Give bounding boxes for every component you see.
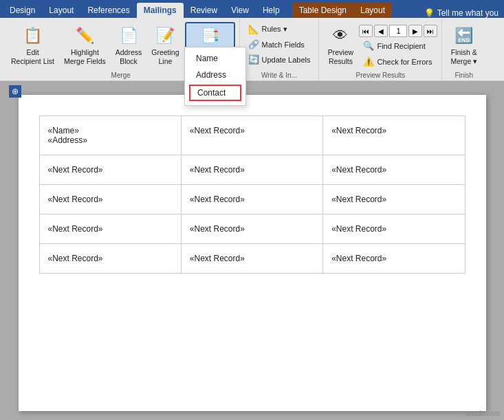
group-write-label: Write & In... — [244, 70, 315, 79]
tab-references[interactable]: References — [80, 3, 136, 18]
merge-next-r2c2: «Next Record» — [190, 165, 245, 175]
update-labels-label: Update Labels — [262, 56, 311, 64]
cell-r1c3: «Next Record» — [323, 116, 465, 155]
group-finish-label: Finish — [446, 70, 481, 79]
finish-merge-button[interactable]: 🔚 Finish & Merge ▾ — [446, 22, 481, 68]
cell-r4c1: «Next Record» — [39, 214, 181, 244]
check-errors-icon: ⚠️ — [363, 56, 374, 67]
check-errors-label: Check for Errors — [377, 58, 432, 66]
match-fields-label: Match Fields — [262, 41, 305, 49]
merge-next-r2c1: «Next Record» — [48, 165, 103, 175]
preview-label: Preview Results — [328, 48, 353, 65]
group-preview-label: Preview Results — [323, 70, 437, 79]
cell-r5c3: «Next Record» — [323, 244, 465, 274]
insert-merge-icon: 📑 — [199, 25, 221, 47]
nav-next-button[interactable]: ▶ — [408, 25, 422, 37]
merge-next-r5c3: «Next Record» — [331, 254, 386, 263]
nav-last-button[interactable]: ⏭ — [424, 25, 437, 37]
tab-review[interactable]: Review — [184, 3, 224, 18]
table-row: «Name» «Address» «Next Record» «Next Rec… — [39, 116, 465, 155]
cell-r1c2: «Next Record» — [181, 116, 322, 155]
greeting-line-icon: 📝 — [154, 25, 176, 47]
watermark: wsxdn.com — [465, 410, 500, 417]
dropdown-item-name[interactable]: Name — [185, 50, 245, 67]
edit-recipient-button[interactable]: 📋 Edit Recipient List — [7, 22, 58, 68]
tab-help[interactable]: Help — [256, 3, 287, 18]
finish-merge-icon: 🔚 — [453, 25, 475, 47]
address-block-button[interactable]: 📄 Address Block — [111, 22, 146, 68]
group-finish: 🔚 Finish & Merge ▾ Finish — [442, 19, 485, 80]
update-labels-icon: 🔄 — [248, 54, 259, 65]
merge-next-r5c2: «Next Record» — [190, 254, 245, 263]
preview-buttons: 👁 Preview Results ⏮ ◀ ▶ ⏭ 🔍 Find Recipie… — [323, 22, 437, 70]
find-recipient-label: Find Recipient — [377, 42, 425, 50]
address-block-label: Address Block — [116, 48, 142, 65]
merge-address: «Address» — [48, 135, 87, 145]
cell-r3c1: «Next Record» — [39, 185, 181, 214]
merge-next-r3c2: «Next Record» — [190, 195, 245, 204]
find-recipient-button[interactable]: 🔍 Find Recipient — [359, 38, 437, 53]
merge-next-r4c3: «Next Record» — [331, 224, 386, 234]
tab-mailings[interactable]: Mailings — [137, 3, 184, 18]
highlight-fields-button[interactable]: ✏️ Highlight Merge Fields — [60, 22, 110, 68]
insert-field-dropdown: Name Address Contact — [184, 47, 246, 106]
match-fields-icon: 🔗 — [248, 39, 259, 49]
tab-view[interactable]: View — [224, 3, 256, 18]
update-labels-button[interactable]: 🔄 Update Labels — [244, 52, 315, 67]
tab-design[interactable]: Design — [3, 3, 42, 18]
ribbon: 📋 Edit Recipient List ✏️ Highlight Merge… — [0, 18, 504, 81]
rules-button[interactable]: 📐 Rules ▾ — [244, 22, 315, 36]
rules-icon: 📐 — [248, 24, 259, 34]
greeting-line-label: Greeting Line — [151, 48, 179, 65]
nav-row: ⏮ ◀ ▶ ⏭ — [359, 25, 437, 37]
tab-layout[interactable]: Layout — [42, 3, 80, 18]
tab-table-design[interactable]: Table Design — [292, 3, 353, 18]
group-preview: 👁 Preview Results ⏮ ◀ ▶ ⏭ 🔍 Find Recipie… — [319, 19, 442, 80]
cell-r2c1: «Next Record» — [39, 155, 181, 185]
tab-layout-right[interactable]: Layout — [353, 3, 392, 18]
write-insert-buttons: 📐 Rules ▾ 🔗 Match Fields 🔄 Update Labels — [244, 22, 315, 67]
cell-r3c3: «Next Record» — [323, 185, 465, 214]
table-row: «Next Record» «Next Record» «Next Record… — [39, 244, 465, 274]
cell-r4c3: «Next Record» — [323, 214, 465, 244]
merge-next-r1c2: «Next Record» — [190, 126, 245, 135]
merge-next-r3c3: «Next Record» — [331, 195, 386, 204]
cell-r2c3: «Next Record» — [323, 155, 465, 185]
finish-merge-label: Finish & Merge ▾ — [450, 48, 477, 65]
address-block-icon: 📄 — [118, 25, 140, 47]
merge-next-r1c3: «Next Record» — [331, 126, 386, 135]
merge-next-r5c1: «Next Record» — [48, 254, 103, 263]
cell-r5c1: «Next Record» — [39, 244, 181, 274]
nav-page-input[interactable] — [389, 25, 407, 37]
cell-r4c2: «Next Record» — [181, 214, 322, 244]
merge-next-r3c1: «Next Record» — [48, 195, 103, 204]
match-fields-button[interactable]: 🔗 Match Fields — [244, 37, 315, 52]
table-row: «Next Record» «Next Record» «Next Record… — [39, 214, 465, 244]
document-area: ⊕ «Name» «Address» «Next Record» «Next R… — [0, 81, 504, 420]
ribbon-tabs: Design Layout References Mailings Review… — [0, 0, 504, 18]
merge-next-r4c1: «Next Record» — [48, 224, 103, 234]
finish-buttons: 🔚 Finish & Merge ▾ — [446, 22, 481, 70]
nav-controls: ⏮ ◀ ▶ ⏭ 🔍 Find Recipient ⚠️ Check for Er… — [359, 25, 437, 69]
highlight-label: Highlight Merge Fields — [64, 48, 106, 65]
merge-name: «Name» — [48, 126, 79, 135]
document-table: «Name» «Address» «Next Record» «Next Rec… — [39, 115, 465, 274]
cell-r2c2: «Next Record» — [181, 155, 322, 185]
find-recipient-icon: 🔍 — [363, 41, 374, 51]
document-page: ⊕ «Name» «Address» «Next Record» «Next R… — [19, 95, 486, 411]
dropdown-item-contact[interactable]: Contact — [189, 85, 241, 101]
cell-r5c2: «Next Record» — [181, 244, 322, 274]
table-move-handle[interactable]: ⊕ — [9, 85, 21, 98]
tell-me-label: Tell me what you — [437, 8, 498, 18]
greeting-line-button[interactable]: 📝 Greeting Line — [147, 22, 183, 68]
table-row: «Next Record» «Next Record» «Next Record… — [39, 185, 465, 214]
merge-next-r2c3: «Next Record» — [331, 165, 386, 175]
nav-first-button[interactable]: ⏮ — [359, 25, 373, 37]
highlight-icon: ✏️ — [74, 25, 96, 47]
check-errors-button[interactable]: ⚠️ Check for Errors — [359, 54, 437, 69]
dropdown-item-address[interactable]: Address — [185, 67, 245, 83]
edit-recipient-label: Edit Recipient List — [11, 48, 54, 65]
preview-results-button[interactable]: 👁 Preview Results — [323, 22, 358, 68]
nav-prev-button[interactable]: ◀ — [374, 25, 388, 37]
lightbulb-icon: 💡 — [424, 8, 435, 18]
